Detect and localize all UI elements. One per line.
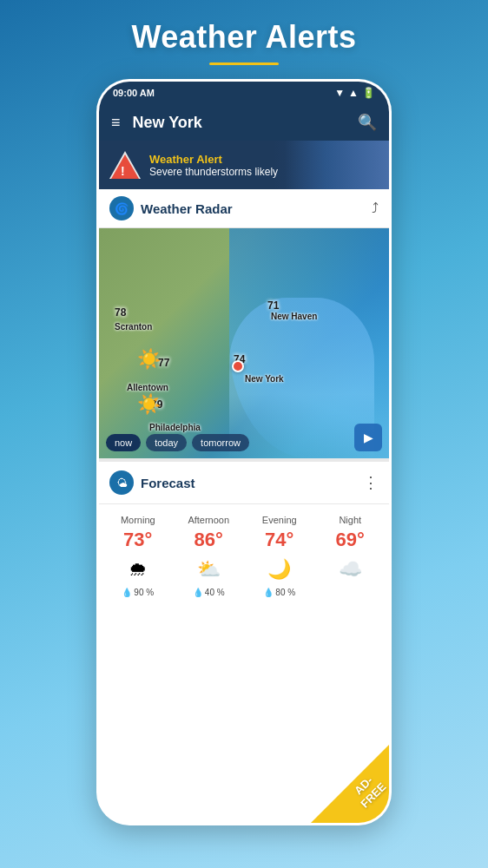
radar-section: 🌀 Weather Radar ⤴ Scranton New Haven All…: [99, 189, 389, 458]
forecast-period-morning: Morning 73° 🌧 💧 90 %: [102, 511, 174, 601]
period-icon-evening: 🌙: [267, 556, 291, 582]
title-underline: [209, 62, 279, 65]
play-icon: ▶: [364, 431, 373, 444]
precip-afternoon: 💧 40 %: [193, 588, 225, 597]
forecast-icon-circle: 🌤: [109, 470, 134, 495]
forecast-title: Forecast: [141, 476, 363, 490]
map-city-newhaven: New Haven: [271, 312, 317, 321]
forecast-menu-icon[interactable]: ⋮: [363, 473, 379, 492]
period-label-morning: Morning: [121, 515, 155, 525]
radar-tab-today[interactable]: today: [146, 434, 187, 451]
page-title: Weather Alerts: [131, 0, 356, 62]
phone-frame: 09:00 AM ▼ ▲ 🔋 ≡ New York 🔍 ! Weather Al…: [96, 79, 392, 825]
radar-tab-tomorrow[interactable]: tomorrow: [192, 434, 249, 451]
radar-play-btn[interactable]: ▶: [354, 424, 382, 451]
period-temp-evening: 74°: [265, 529, 293, 551]
period-temp-night: 69°: [336, 529, 365, 551]
forecast-icon: 🌤: [116, 477, 128, 490]
forecast-header: 🌤 Forecast ⋮: [99, 462, 389, 504]
alert-text: Weather Alert Severe thunderstorms likel…: [149, 153, 278, 178]
forecast-section: 🌤 Forecast ⋮ Morning 73° 🌧 💧 90 % Aftern…: [99, 458, 389, 823]
period-icon-afternoon: ⛅: [197, 556, 221, 582]
map-city-philadelphia: Philadelphia: [149, 423, 201, 432]
period-label-afternoon: Afternoon: [188, 515, 229, 525]
period-icon-morning: 🌧: [129, 556, 148, 582]
sun-icon-philly: ☀️: [137, 393, 161, 416]
location-dot: [232, 360, 244, 372]
top-bar: ≡ New York 🔍: [99, 104, 389, 141]
radar-map[interactable]: Scranton New Haven Allentown New York Ph…: [99, 228, 389, 458]
precip-evening: 💧 80 %: [263, 588, 295, 597]
alert-bg-lightning: [285, 141, 389, 189]
alert-triangle-container: !: [109, 149, 141, 181]
wifi-icon: ▼: [334, 87, 345, 99]
status-time: 09:00 AM: [113, 88, 155, 98]
battery-icon: 🔋: [362, 87, 375, 99]
forecast-period-afternoon: Afternoon 86° ⛅ 💧 40 %: [174, 511, 245, 601]
radar-icon: 🌀: [115, 202, 129, 215]
map-temp-71: 71: [267, 299, 279, 312]
map-temp-78: 78: [115, 306, 126, 319]
forecast-periods: Morning 73° 🌧 💧 90 % Afternoon 86° ⛅ 💧 4…: [99, 504, 389, 604]
forecast-period-evening: Evening 74° 🌙 💧 80 %: [244, 511, 315, 601]
alert-title: Weather Alert: [149, 153, 278, 166]
share-icon[interactable]: ⤴: [372, 201, 379, 216]
city-name: New York: [133, 114, 358, 132]
status-bar: 09:00 AM ▼ ▲ 🔋: [99, 82, 389, 104]
sun-icon-allentown: ☀️: [137, 348, 161, 371]
map-city-scranton: Scranton: [115, 322, 152, 332]
rain-drop-morning: 💧: [122, 588, 132, 597]
forecast-period-night: Night 69° ☁️: [315, 511, 386, 601]
radar-title: Weather Radar: [141, 201, 372, 216]
period-temp-morning: 73°: [123, 529, 152, 551]
radar-icon-circle: 🌀: [109, 196, 134, 220]
precip-morning: 💧 90 %: [122, 588, 154, 597]
map-city-newyork: New York: [245, 374, 284, 384]
rain-drop-evening: 💧: [263, 588, 274, 597]
period-temp-afternoon: 86°: [195, 529, 223, 551]
alert-banner: ! Weather Alert Severe thunderstorms lik…: [99, 141, 389, 189]
radar-controls: now today tomorrow: [106, 434, 249, 451]
alert-desc: Severe thunderstorms likely: [149, 166, 278, 178]
search-icon[interactable]: 🔍: [358, 113, 377, 132]
period-label-evening: Evening: [262, 515, 297, 525]
status-icons: ▼ ▲ 🔋: [334, 87, 375, 99]
period-icon-night: ☁️: [339, 556, 362, 582]
period-label-night: Night: [339, 515, 361, 525]
signal-icon: ▲: [348, 87, 359, 99]
radar-tab-now[interactable]: now: [106, 434, 141, 451]
hamburger-icon[interactable]: ≡: [111, 114, 121, 132]
radar-header: 🌀 Weather Radar ⤴: [99, 189, 389, 228]
map-city-allentown: Allentown: [127, 383, 168, 392]
rain-drop-afternoon: 💧: [193, 588, 203, 597]
